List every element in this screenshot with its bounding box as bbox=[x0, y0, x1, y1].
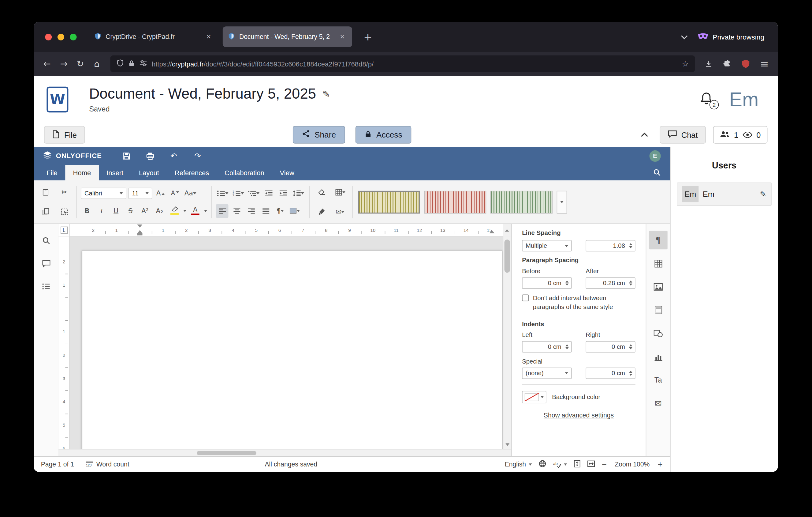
align-right-button[interactable] bbox=[245, 204, 258, 217]
left-indent-marker[interactable] bbox=[137, 227, 143, 234]
globe-icon[interactable] bbox=[539, 459, 546, 469]
paste-icon[interactable] bbox=[39, 185, 52, 199]
search-icon[interactable] bbox=[653, 168, 661, 178]
copy-icon[interactable] bbox=[39, 205, 52, 218]
shape-settings-icon[interactable] bbox=[649, 324, 668, 343]
menu-tab-file[interactable]: File bbox=[39, 165, 65, 181]
table-template-icon[interactable] bbox=[334, 185, 347, 199]
list-all-tabs-chevron-down-icon[interactable] bbox=[681, 32, 688, 39]
paragraph-settings-icon[interactable]: ¶ bbox=[649, 230, 668, 249]
zoom-out-button[interactable]: − bbox=[602, 460, 607, 468]
advanced-settings-link[interactable]: Show advanced settings bbox=[522, 412, 635, 419]
minimize-window-button[interactable] bbox=[58, 33, 64, 40]
font-size-select[interactable]: 11 bbox=[128, 187, 152, 199]
menu-hamburger-icon[interactable]: ≡ bbox=[756, 56, 773, 72]
tracking-shield-icon[interactable] bbox=[117, 59, 124, 68]
fit-page-icon[interactable] bbox=[574, 459, 580, 469]
bookmark-star-icon[interactable]: ☆ bbox=[682, 59, 689, 68]
scroll-up-arrow[interactable] bbox=[503, 224, 511, 237]
zoom-in-button[interactable]: + bbox=[658, 460, 663, 468]
horizontal-scroll-thumb[interactable] bbox=[197, 451, 256, 456]
style-preview-2[interactable] bbox=[424, 191, 486, 213]
notifications-bell-icon[interactable]: 2 bbox=[699, 90, 716, 108]
indent-right-spinner[interactable]: 0 cm bbox=[586, 341, 635, 352]
horizontal-scrollbar[interactable] bbox=[58, 449, 511, 456]
italic-button[interactable]: I bbox=[95, 204, 108, 217]
align-left-button[interactable] bbox=[216, 204, 229, 217]
home-icon[interactable]: ⌂ bbox=[88, 56, 105, 72]
downloads-icon[interactable] bbox=[700, 56, 717, 72]
reload-icon[interactable]: ↻ bbox=[72, 56, 88, 72]
highlight-color-chevron-down-icon[interactable] bbox=[183, 210, 186, 214]
decrease-font-size-icon[interactable]: A bbox=[169, 186, 181, 200]
menu-tab-collaboration[interactable]: Collaboration bbox=[217, 165, 272, 181]
access-button[interactable]: Access bbox=[355, 126, 411, 144]
editor-user-badge[interactable]: E bbox=[649, 150, 661, 161]
font-color-button[interactable]: A bbox=[188, 204, 202, 217]
url-text[interactable]: https://cryptpad.fr/doc/#/3/doc/edit/ff0… bbox=[152, 60, 677, 67]
mail-merge-icon[interactable]: ✉ bbox=[334, 205, 347, 218]
scroll-down-arrow[interactable] bbox=[503, 442, 512, 447]
copy-style-icon[interactable] bbox=[315, 205, 328, 218]
background-color-picker[interactable] bbox=[522, 391, 546, 403]
menu-tab-view[interactable]: View bbox=[272, 165, 302, 181]
table-settings-icon[interactable] bbox=[649, 254, 668, 273]
comments-icon[interactable] bbox=[38, 255, 55, 272]
increase-indent-icon[interactable] bbox=[277, 186, 290, 200]
font-family-select[interactable]: Calibri bbox=[81, 187, 126, 199]
close-icon[interactable]: ✕ bbox=[338, 32, 347, 42]
line-spacing-select[interactable]: Multiple bbox=[522, 240, 572, 251]
special-indent-spinner[interactable]: 0 cm bbox=[586, 368, 635, 379]
redo-icon[interactable]: ↷ bbox=[189, 149, 206, 163]
line-spacing-icon[interactable] bbox=[292, 186, 305, 200]
tab-stop-selector[interactable]: L bbox=[58, 224, 70, 237]
word-count-button[interactable]: 123 Word count bbox=[85, 460, 129, 468]
clear-formatting-icon[interactable] bbox=[315, 185, 328, 199]
cut-scissors-icon[interactable]: ✂ bbox=[58, 185, 71, 199]
font-color-chevron-down-icon[interactable] bbox=[204, 210, 207, 214]
chat-button[interactable]: Chat bbox=[660, 126, 706, 144]
indent-left-spinner[interactable]: 0 cm bbox=[522, 341, 572, 352]
select-all-icon[interactable] bbox=[58, 205, 71, 218]
forward-icon[interactable]: → bbox=[55, 56, 72, 72]
line-spacing-spinner[interactable]: 1.08 bbox=[586, 240, 635, 251]
styles-gallery-more-button[interactable] bbox=[557, 191, 567, 213]
zoom-level[interactable]: Zoom 100% bbox=[615, 461, 649, 468]
superscript-button[interactable]: A² bbox=[139, 204, 151, 217]
extensions-puzzle-icon[interactable] bbox=[719, 56, 735, 72]
back-icon[interactable]: ← bbox=[39, 56, 55, 72]
increase-font-size-icon[interactable]: A bbox=[154, 186, 167, 200]
url-bar[interactable]: https://cryptpad.fr/doc/#/3/doc/edit/ff0… bbox=[111, 55, 695, 72]
undo-icon[interactable]: ↶ bbox=[165, 149, 183, 163]
lock-icon[interactable] bbox=[128, 59, 135, 68]
new-tab-button[interactable]: + bbox=[360, 31, 375, 43]
paragraph-shading-icon[interactable] bbox=[289, 204, 301, 217]
menu-tab-references[interactable]: References bbox=[167, 165, 216, 181]
vertical-scrollbar[interactable] bbox=[503, 237, 511, 449]
tab-cryptdrive[interactable]: CryptDrive - CryptPad.fr ✕ bbox=[89, 26, 219, 47]
justify-button[interactable] bbox=[259, 204, 272, 217]
print-icon[interactable] bbox=[141, 149, 159, 163]
header-footer-settings-icon[interactable] bbox=[649, 301, 668, 320]
bullet-list-icon[interactable] bbox=[216, 186, 229, 200]
change-case-icon[interactable]: Aa bbox=[183, 186, 197, 200]
subscript-button[interactable]: A₂ bbox=[153, 204, 166, 217]
strikethrough-button[interactable]: S bbox=[124, 204, 137, 217]
navigation-headings-icon[interactable] bbox=[38, 278, 55, 294]
align-center-button[interactable] bbox=[230, 204, 243, 217]
edit-user-name-pencil-icon[interactable]: ✎ bbox=[760, 190, 766, 199]
share-button[interactable]: Share bbox=[293, 126, 345, 144]
ublock-icon[interactable] bbox=[737, 56, 754, 72]
special-indent-select[interactable]: (none) bbox=[522, 368, 572, 379]
mailmerge-settings-icon[interactable]: ✉ bbox=[649, 394, 668, 413]
textart-settings-icon[interactable]: Ta bbox=[649, 371, 668, 389]
close-icon[interactable]: ✕ bbox=[204, 32, 213, 42]
menu-tab-insert[interactable]: Insert bbox=[99, 165, 131, 181]
style-preview-normal[interactable] bbox=[358, 191, 420, 213]
vertical-scroll-thumb[interactable] bbox=[504, 240, 510, 273]
permissions-sliders-icon[interactable] bbox=[139, 59, 147, 68]
interval-checkbox[interactable] bbox=[522, 294, 529, 301]
chart-settings-icon[interactable] bbox=[649, 347, 668, 366]
find-search-icon[interactable] bbox=[38, 232, 55, 249]
collapse-toolbar-chevron-up-icon[interactable] bbox=[637, 127, 652, 143]
